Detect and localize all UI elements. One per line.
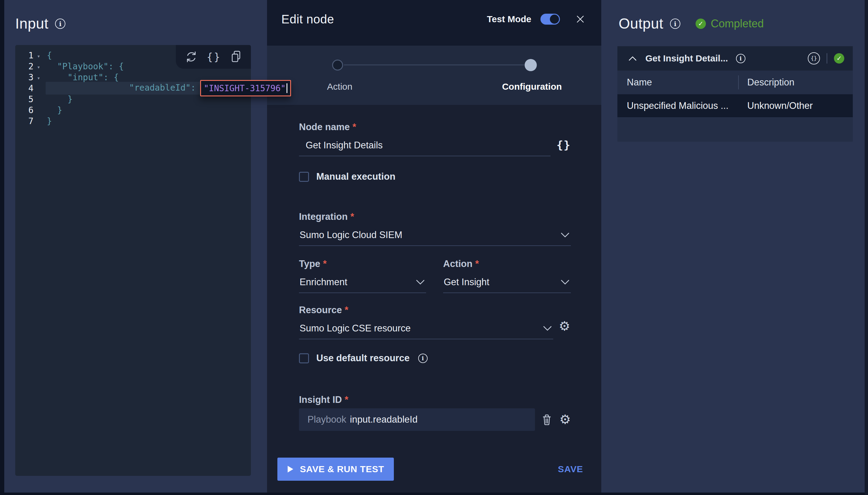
info-icon[interactable]: i [418, 354, 428, 363]
info-icon[interactable]: i [736, 54, 746, 63]
gear-icon[interactable]: ⚙ [559, 320, 570, 332]
field-label: Action* [443, 258, 571, 270]
step-label-configuration[interactable]: Configuration [502, 82, 562, 92]
resource-select[interactable]: Sumo Logic CSE resource [299, 316, 553, 339]
action-value: Get Insight [444, 277, 489, 288]
output-panel-header: Output i ✓ Completed [601, 0, 865, 32]
manual-execution-label: Manual execution [316, 171, 395, 182]
gear-icon[interactable]: ⚙ [559, 413, 571, 426]
modal-header: Edit node Test Mode [267, 0, 601, 46]
braces-icon[interactable]: {} [207, 51, 221, 63]
code-text: "readableId": [129, 83, 196, 93]
field-label: Resource* [299, 304, 571, 316]
required-asterisk: * [475, 258, 479, 269]
collapse-icon-slot [33, 99, 44, 100]
insight-id-value: input.readableId [350, 414, 418, 425]
refresh-icon[interactable] [185, 50, 198, 63]
resource-value: Sumo Logic CSE resource [300, 323, 411, 334]
stepper: Action Configuration [267, 46, 601, 105]
braces-circle-icon[interactable]: {} [808, 52, 820, 65]
action-select[interactable]: Get Insight [443, 270, 571, 293]
toggle-knob [550, 15, 559, 24]
check-icon: ✓ [696, 19, 706, 29]
save-button[interactable]: SAVE [558, 464, 583, 474]
chevron-down-icon [543, 326, 552, 331]
play-icon [287, 465, 294, 473]
field-label: Node name* [299, 121, 571, 133]
status-text: Completed [711, 17, 764, 30]
trash-icon[interactable] [542, 414, 552, 425]
required-asterisk: * [345, 394, 348, 405]
insight-id-input[interactable]: Playbook input.readableId [299, 408, 535, 431]
use-default-resource-checkbox[interactable] [299, 353, 309, 363]
manual-execution-checkbox[interactable] [299, 172, 309, 182]
info-icon[interactable]: i [55, 19, 65, 29]
stepper-connector [344, 65, 524, 65]
chevron-down-icon [561, 232, 569, 238]
required-asterisk: * [351, 211, 354, 222]
line-number: 3 [15, 72, 33, 82]
result-card-title: Get Insight Detail... [645, 53, 728, 64]
column-header-name: Name [627, 77, 747, 88]
code-text: } [44, 116, 52, 126]
field-label: Type* [299, 258, 426, 270]
chevron-up-icon[interactable] [628, 56, 637, 61]
test-mode-label: Test Mode [487, 14, 531, 24]
code-line: 7 } [15, 116, 251, 126]
required-asterisk: * [323, 258, 327, 269]
line-number: 4 [15, 83, 33, 93]
collapse-icon[interactable]: ▾ [33, 52, 44, 59]
type-select[interactable]: Enrichment [299, 270, 426, 293]
success-check-icon: ✓ [834, 53, 844, 64]
divider [827, 53, 827, 64]
node-name-input[interactable]: Get Insight Details [299, 133, 550, 156]
code-text: } [44, 105, 62, 115]
field-type-action-row: Type* Enrichment Action* Get Insight [299, 258, 571, 293]
line-number: 2 [15, 62, 33, 71]
editor-toolbar: {} [176, 45, 251, 69]
copy-icon[interactable] [230, 50, 242, 63]
field-resource: Resource* Sumo Logic CSE resource ⚙ [299, 304, 571, 339]
scroll-track[interactable] [865, 0, 868, 495]
chevron-down-icon [416, 279, 425, 285]
field-node-name: Node name* Get Insight Details {} [299, 121, 571, 156]
field-label: Insight ID* [299, 394, 571, 406]
input-panel-title: Input [15, 16, 48, 32]
column-header-description: Description [747, 77, 795, 88]
collapse-icon-slot [33, 88, 44, 89]
column-divider [738, 75, 739, 89]
json-value: "INSIGHT-315796" [204, 83, 286, 93]
collapse-icon[interactable]: ▾ [33, 73, 44, 81]
integration-value: Sumo Logic Cloud SIEM [300, 229, 402, 240]
line-number: 5 [15, 94, 33, 104]
step-label-action[interactable]: Action [327, 82, 352, 92]
required-asterisk: * [353, 122, 356, 132]
collapse-icon[interactable]: ▾ [33, 63, 44, 70]
save-run-test-button[interactable]: SAVE & RUN TEST [277, 458, 394, 481]
line-number: 1 [15, 50, 33, 61]
field-type: Type* Enrichment [299, 258, 426, 293]
status-badge: ✓ Completed [696, 17, 764, 30]
step-dot-action[interactable] [332, 59, 343, 70]
modal-title: Edit node [281, 13, 334, 26]
integration-select[interactable]: Sumo Logic Cloud SIEM [299, 223, 571, 246]
step-dot-configuration[interactable] [525, 59, 537, 71]
close-icon[interactable] [576, 15, 585, 24]
modal-footer: SAVE & RUN TEST SAVE [277, 458, 583, 481]
row-description-cell: Unknown/Other [747, 100, 813, 111]
code-text: } [44, 94, 73, 104]
info-icon[interactable]: i [670, 19, 680, 29]
output-panel-title: Output [618, 16, 663, 32]
braces-icon[interactable]: {} [557, 139, 571, 151]
result-card-header[interactable]: Get Insight Detail... i {} ✓ [617, 46, 853, 70]
collapse-icon-slot [33, 109, 44, 111]
test-mode-toggle[interactable] [541, 14, 560, 24]
result-table-header: Name Description [617, 70, 853, 94]
field-label: Integration* [299, 211, 571, 223]
field-insight-id: Insight ID* Playbook input.readableId ⚙ [299, 394, 571, 431]
json-input-editor[interactable]: {} 1 ▾ { 2 ▾ "Playbook": { 3 ▾ [15, 45, 251, 476]
highlighted-json-value[interactable]: "INSIGHT-315796" [200, 80, 291, 97]
edit-node-modal: Edit node Test Mode Action Configuration… [267, 0, 601, 493]
chevron-down-icon [561, 279, 569, 285]
table-row[interactable]: Unspecified Malicious ... Unknown/Other [617, 94, 853, 118]
